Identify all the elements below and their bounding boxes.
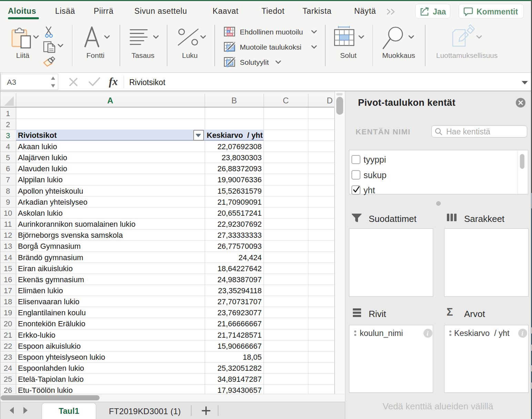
svg-text:i: i bbox=[521, 329, 523, 337]
svg-text:i: i bbox=[427, 329, 429, 337]
svg-text:Ehdollinen muotoilu: Ehdollinen muotoilu bbox=[240, 28, 303, 36]
svg-text:Muotoile taulukoksi: Muotoile taulukoksi bbox=[240, 43, 301, 51]
svg-text:Solutyylit: Solutyylit bbox=[240, 58, 269, 66]
